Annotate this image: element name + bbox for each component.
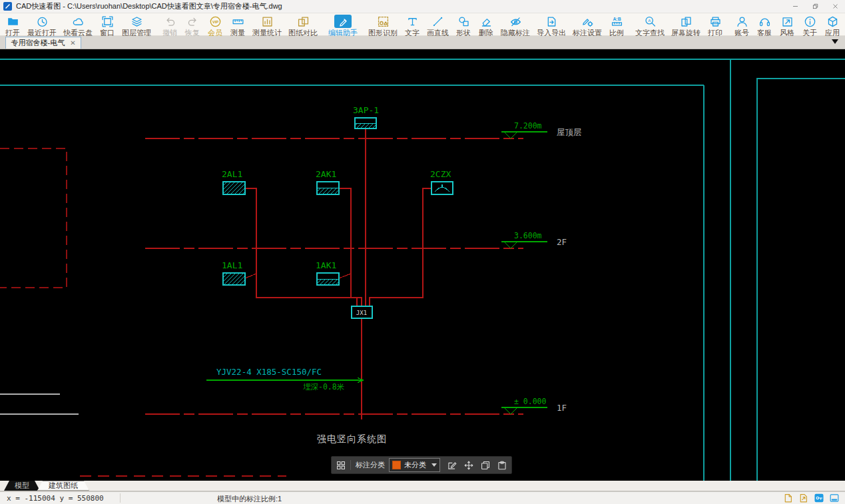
tab-close-icon[interactable]: ✕ <box>70 40 75 47</box>
shapes-icon <box>455 15 471 28</box>
document-tab-active[interactable]: 专用宿舍楼-电气 ✕ <box>5 37 81 49</box>
toolbar-item-scale[interactable]: A:B比例 <box>605 14 628 37</box>
floor-name-label: 2F <box>557 237 567 247</box>
toolbar-item-style[interactable]: 风格 <box>776 14 798 37</box>
doc-export-icon[interactable] <box>783 493 794 503</box>
copy-icon[interactable] <box>480 460 491 471</box>
app-logo-icon <box>3 2 12 11</box>
toolbar-item-import-export[interactable]: 导入导出 <box>533 14 569 37</box>
sheet-tabbar: 模型建筑图纸 <box>0 481 845 491</box>
window-min-icon[interactable] <box>829 493 840 503</box>
vip-icon: VIP <box>207 15 223 28</box>
doc-share-icon[interactable] <box>798 493 809 503</box>
toolbar-item-redo[interactable]: 恢复 <box>181 14 204 37</box>
toolbar-item-folder-open[interactable]: 打开 <box>1 14 24 37</box>
cable-leader: YJV22-4 X185-SC150/FC 埋深-0.8米 <box>206 367 364 391</box>
junction-box: JX1 <box>352 306 372 318</box>
drawing-canvas[interactable]: 3AP-12AL12AK12CZX1AL11AK1 7.200m屋顶层3.600… <box>0 49 845 481</box>
folder-open-icon <box>5 15 21 28</box>
grid-icon[interactable] <box>336 460 346 471</box>
edit-assistant-icon <box>334 15 352 28</box>
toolbar-item-erase[interactable]: 删除 <box>475 14 497 37</box>
toolbar-item-screen-rotate[interactable]: 屏幕旋转 <box>668 14 704 37</box>
annotation-category-dropdown[interactable]: 未分类 <box>389 458 440 472</box>
toolbar-item-draw-line[interactable]: 画直线 <box>423 14 452 37</box>
svg-text:A: A <box>648 18 651 22</box>
window-titlebar: CAD快速看图 - C:\Users\ruohan\Desktop\CAD快速看… <box>0 0 845 13</box>
toolbar-item-apps[interactable]: 应用 <box>821 14 844 37</box>
close-button[interactable] <box>825 0 845 13</box>
panel-symbol: 1AK1 <box>316 260 339 285</box>
style-icon <box>779 15 795 28</box>
panel-symbol: 3AP-1 <box>353 105 379 128</box>
screen-rotate-icon <box>678 15 694 28</box>
text-icon <box>404 15 420 28</box>
minimize-button[interactable] <box>785 0 805 13</box>
svg-text:VIP: VIP <box>212 19 218 23</box>
floor-name-label: 屋顶层 <box>557 127 582 137</box>
elevation-label: 3.600m <box>514 231 542 240</box>
toolbar-item-edit-assistant[interactable]: 编辑助手 <box>325 14 361 37</box>
window-title: CAD快速看图 - C:\Users\ruohan\Desktop\CAD快速看… <box>16 1 282 11</box>
draw-line-icon <box>430 15 446 28</box>
window-select-icon <box>99 15 115 28</box>
toolbar: 打开最近打开快看云盘窗口图层管理撤销恢复VIP会员测量测量统计图纸对比编辑助手图… <box>0 13 845 36</box>
toolbar-item-compare[interactable]: 图纸对比 <box>285 14 321 37</box>
toolbar-item-annotation-settings[interactable]: 标注设置 <box>569 14 605 37</box>
sheet-tab-model[interactable]: 模型 <box>4 481 40 491</box>
toolbar-item-undo[interactable]: 撤销 <box>158 14 181 37</box>
floor-name-label: 1F <box>557 403 567 413</box>
move-icon[interactable] <box>463 460 474 471</box>
toolbar-item-layers[interactable]: 图层管理 <box>119 14 154 37</box>
edit-annotation-icon[interactable] <box>447 460 457 471</box>
dashed-wall-outline <box>0 148 67 288</box>
toolbar-item-support[interactable]: 客服 <box>753 14 776 37</box>
undo-icon <box>162 15 178 28</box>
cursor-coordinates: x = -115004 y = 550800 <box>7 494 104 503</box>
toolbar-item-about[interactable]: 关于 <box>798 14 821 37</box>
about-icon <box>802 15 818 28</box>
toolbar-item-cloud[interactable]: 快看云盘 <box>60 14 96 37</box>
panel-label: 1AK1 <box>316 260 336 270</box>
cloud-icon <box>70 15 86 28</box>
maximize-button[interactable] <box>805 0 825 13</box>
erase-icon <box>478 15 494 28</box>
key-icon[interactable] <box>814 493 824 503</box>
hide-annotation-icon <box>507 15 523 28</box>
compare-icon <box>295 15 311 28</box>
cable-spec-label: YJV22-4 X185-SC150/FC <box>216 367 322 377</box>
burial-depth-label: 埋深-0.8米 <box>303 382 344 391</box>
category-color-swatch <box>392 461 401 469</box>
paste-icon[interactable] <box>497 460 507 471</box>
toolbar-item-print[interactable]: 打印 <box>704 14 726 37</box>
tab-list-dropdown-icon[interactable] <box>832 39 838 44</box>
toolbar-item-vip[interactable]: VIP会员 <box>204 14 226 37</box>
toolbar-item-window-select[interactable]: 窗口 <box>96 14 119 37</box>
svg-text:JX1: JX1 <box>356 310 367 316</box>
toolbar-item-ruler[interactable]: 测量 <box>226 14 249 37</box>
svg-text:A:B: A:B <box>613 17 621 21</box>
toolbar-item-text-search[interactable]: A文字查找 <box>632 14 668 37</box>
elevation-label: 7.200m <box>514 121 542 130</box>
panel-symbol: 1AL1 <box>222 260 245 285</box>
toolbar-item-clock[interactable]: 最近打开 <box>24 14 60 37</box>
sheet-tab-layout[interactable]: 建筑图纸 <box>37 481 89 491</box>
annotation-classify-label: 标注分类 <box>350 460 385 470</box>
toolbar-item-measure-stats[interactable]: 测量统计 <box>249 14 285 37</box>
toolbar-item-text[interactable]: 文字 <box>401 14 423 37</box>
support-icon <box>756 15 772 28</box>
toolbar-item-account[interactable]: 账号 <box>730 14 753 37</box>
apps-icon <box>824 15 840 28</box>
panel-symbol: 2AK1 <box>316 169 339 194</box>
document-tab-label: 专用宿舍楼-电气 <box>11 38 65 48</box>
toolbar-item-hide-annotation[interactable]: 隐藏标注 <box>497 14 533 37</box>
statusbar-divider <box>120 493 121 503</box>
panel-label: 2CZX <box>430 169 451 179</box>
clock-icon <box>34 15 50 28</box>
floor-marker: 7.200m屋顶层 <box>501 121 582 138</box>
panel-symbol: 2AL1 <box>222 169 245 194</box>
layers-icon <box>129 15 144 28</box>
toolbar-item-shapes[interactable]: 形状 <box>452 14 475 37</box>
toolbar-item-shape-recognition[interactable]: 图形识别 <box>365 14 401 37</box>
shape-recognition-icon <box>375 15 391 28</box>
